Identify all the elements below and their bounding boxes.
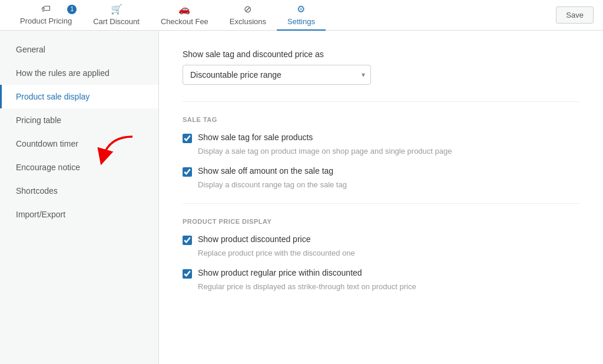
nav-checkout-fee[interactable]: 🚗 Checkout Fee xyxy=(150,0,219,31)
divider-2 xyxy=(183,203,579,204)
show-sale-off-label[interactable]: Show sale off amount on the sale tag xyxy=(198,166,333,176)
nav-settings-label: Settings xyxy=(287,17,315,26)
field-label: Show sale tag and discounted price as xyxy=(183,49,579,59)
show-regular-price-row: Show product regular price within discou… xyxy=(183,268,579,279)
select-wrapper: Discountable price range Fixed price Per… xyxy=(183,65,371,85)
sidebar-item-pricing-table[interactable]: Pricing table xyxy=(0,108,158,132)
layout: General How the rules are applied Produc… xyxy=(0,31,603,364)
product-pricing-badge: 1 xyxy=(67,5,77,14)
sidebar-item-encourage-notice[interactable]: Encourage notice xyxy=(0,155,158,179)
show-discounted-price-checkbox[interactable] xyxy=(183,236,192,245)
nav-cart-discount-label: Cart Discount xyxy=(93,17,140,26)
show-sale-off-checkbox-group: Show sale off amount on the sale tag Dis… xyxy=(183,166,579,189)
top-nav: 🏷 Product Pricing 1 🛒 Cart Discount 🚗 Ch… xyxy=(0,0,603,31)
show-regular-price-desc: Regular price is displayed as strike-thr… xyxy=(198,282,579,291)
show-sale-tag-field: Show sale tag and discounted price as Di… xyxy=(183,49,579,85)
sidebar-item-shortcodes[interactable]: Shortcodes xyxy=(0,179,158,203)
main-content: Show sale tag and discounted price as Di… xyxy=(159,31,603,364)
checkout-fee-icon: 🚗 xyxy=(178,4,190,15)
nav-checkout-fee-label: Checkout Fee xyxy=(161,17,208,26)
nav-cart-discount[interactable]: 🛒 Cart Discount xyxy=(82,0,150,31)
product-price-section-label: PRODUCT PRICE DISPLAY xyxy=(183,218,579,225)
sale-display-select[interactable]: Discountable price range Fixed price Per… xyxy=(183,65,371,85)
sidebar-item-how-rules[interactable]: How the rules are applied xyxy=(0,61,158,85)
show-discounted-price-desc: Replace product price with the discounte… xyxy=(198,249,579,257)
nav-exclusions-label: Exclusions xyxy=(230,17,266,26)
show-discounted-price-row: Show product discounted price xyxy=(183,234,579,245)
cart-discount-icon: 🛒 xyxy=(111,4,122,15)
show-discounted-price-group: Show product discounted price Replace pr… xyxy=(183,234,579,257)
show-sale-off-row: Show sale off amount on the sale tag xyxy=(183,166,579,177)
show-sale-off-desc: Display a discount range tag on the sale… xyxy=(198,180,579,189)
show-regular-price-label[interactable]: Show product regular price within discou… xyxy=(198,268,362,277)
exclusions-icon: ⊘ xyxy=(244,4,251,15)
show-regular-price-checkbox[interactable] xyxy=(183,269,192,279)
nav-settings[interactable]: ⚙ Settings xyxy=(277,0,326,31)
sale-tag-section-label: SALE TAG xyxy=(183,116,579,123)
sidebar-item-countdown-timer[interactable]: Countdown timer xyxy=(0,132,158,155)
nav-product-pricing[interactable]: 🏷 Product Pricing 1 xyxy=(9,0,82,31)
show-sale-off-checkbox[interactable] xyxy=(183,167,192,177)
sidebar: General How the rules are applied Produc… xyxy=(0,31,159,364)
show-discounted-price-label[interactable]: Show product discounted price xyxy=(198,234,310,244)
show-regular-price-group: Show product regular price within discou… xyxy=(183,268,579,291)
sidebar-item-general[interactable]: General xyxy=(0,38,158,61)
nav-exclusions[interactable]: ⊘ Exclusions xyxy=(219,0,277,31)
divider-1 xyxy=(183,101,579,102)
show-sale-tag-row: Show sale tag for sale products xyxy=(183,133,579,143)
product-pricing-icon: 🏷 xyxy=(41,4,51,14)
settings-icon: ⚙ xyxy=(297,4,305,15)
show-sale-tag-label[interactable]: Show sale tag for sale products xyxy=(198,133,313,142)
sidebar-item-product-sale-display[interactable]: Product sale display xyxy=(0,85,158,108)
show-sale-tag-checkbox-group: Show sale tag for sale products Display … xyxy=(183,133,579,155)
show-sale-tag-desc: Display a sale tag on product image on s… xyxy=(198,147,579,155)
show-sale-tag-checkbox[interactable] xyxy=(183,134,192,143)
sidebar-item-import-export[interactable]: Import/Export xyxy=(0,203,158,226)
nav-product-pricing-label: Product Pricing xyxy=(20,16,72,25)
save-button[interactable]: Save xyxy=(556,6,594,24)
